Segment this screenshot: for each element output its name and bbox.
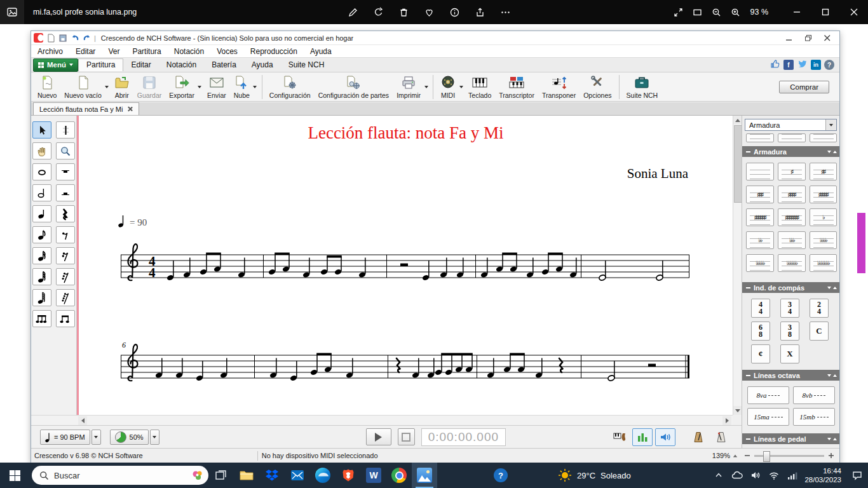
- scroll-down-icon[interactable]: [733, 406, 742, 415]
- photos-taskbar-icon[interactable]: [412, 463, 437, 488]
- info-icon[interactable]: [445, 3, 464, 22]
- select-tool[interactable]: [32, 121, 51, 139]
- score-horizontal-scrollbar[interactable]: [31, 415, 733, 425]
- zoom-out-icon[interactable]: [744, 452, 750, 459]
- guardar-button[interactable]: Guardar: [133, 73, 166, 101]
- score-vertical-scrollbar[interactable]: [733, 116, 742, 415]
- photos-maximize-button[interactable]: [811, 0, 839, 24]
- zoom-in-icon[interactable]: [726, 3, 745, 22]
- teclado-button[interactable]: Teclado: [465, 73, 495, 101]
- score-page[interactable]: Lección flauta: nota Fa y Mi Sonia Luna …: [77, 116, 733, 415]
- eighth-note-tool[interactable]: [32, 226, 51, 243]
- menu-editar[interactable]: Editar: [69, 45, 102, 58]
- edit-icon[interactable]: [343, 3, 362, 22]
- beam-tool[interactable]: [56, 310, 75, 327]
- photos-close-button[interactable]: [839, 0, 868, 24]
- suite-nch-button[interactable]: Suite NCH: [623, 73, 662, 101]
- eighth-rest-tool[interactable]: [56, 226, 75, 243]
- notification-center-icon[interactable]: [846, 463, 868, 488]
- facebook-icon[interactable]: f: [783, 60, 794, 70]
- comprar-button[interactable]: Comprar: [779, 81, 829, 93]
- section-header-pedal[interactable]: Líneas de pedal: [742, 433, 839, 444]
- scroll-down-icon[interactable]: [827, 374, 831, 377]
- time-signature-button[interactable]: C: [810, 322, 829, 341]
- weather-widget[interactable]: 29°C Soleado: [552, 463, 637, 488]
- octave-line-button[interactable]: 15ma: [747, 408, 789, 426]
- linkedin-icon[interactable]: in: [811, 60, 821, 70]
- time-signature-button[interactable]: 24: [810, 299, 829, 318]
- window-close-button[interactable]: [818, 32, 837, 44]
- document-tab[interactable]: Lección flauta nota Fa y Mi: [33, 102, 139, 115]
- tuplet-tool[interactable]: [32, 310, 51, 327]
- time-signature-button[interactable]: 68: [751, 322, 770, 341]
- photos-minimize-button[interactable]: [782, 0, 811, 24]
- key-signature-button[interactable]: ♯♯♯♯: [778, 186, 806, 203]
- tab-notacion[interactable]: Notación: [159, 58, 204, 71]
- nube-dropdown[interactable]: [252, 76, 259, 98]
- scroll-down-icon[interactable]: [827, 438, 831, 440]
- scroll-up-icon[interactable]: [833, 151, 837, 153]
- time-signature-button[interactable]: X: [780, 344, 799, 363]
- zoom-slider[interactable]: [754, 455, 824, 457]
- undo-icon[interactable]: [70, 33, 79, 43]
- key-signature-button[interactable]: ♯♯♯♯♯♯♯: [778, 208, 806, 226]
- bpm-dropdown[interactable]: [92, 430, 101, 445]
- brave-icon[interactable]: [336, 463, 361, 488]
- imprimir-dropdown[interactable]: [423, 76, 430, 98]
- fullscreen-icon[interactable]: [669, 3, 688, 22]
- metronome-button[interactable]: [688, 428, 709, 446]
- get-help-icon[interactable]: ?: [488, 463, 513, 488]
- sixteenth-rest-tool[interactable]: [56, 247, 75, 264]
- file-explorer-icon[interactable]: [234, 463, 259, 488]
- key-signature-button[interactable]: ♯♯♯♯♯: [810, 186, 837, 203]
- menu-archivo[interactable]: Archivo: [31, 45, 69, 58]
- key-signature-button[interactable]: ♭♭♭♭: [810, 231, 837, 249]
- word-icon[interactable]: W: [361, 463, 386, 488]
- tab-partitura[interactable]: Partitura: [78, 58, 123, 71]
- enviar-button[interactable]: Enviar: [203, 73, 230, 101]
- section-header-compas[interactable]: Ind. de compás: [742, 282, 839, 293]
- onedrive-icon[interactable]: [730, 463, 744, 488]
- start-button[interactable]: [0, 463, 29, 488]
- whole-rest-tool[interactable]: [56, 163, 75, 180]
- nube-button[interactable]: Nube: [230, 73, 254, 101]
- zoom-slider-thumb[interactable]: [763, 451, 770, 462]
- count-in-button[interactable]: [711, 428, 731, 446]
- window-minimize-button[interactable]: [780, 32, 799, 44]
- scroll-up-icon[interactable]: [733, 116, 742, 125]
- key-signature-button[interactable]: [810, 133, 837, 142]
- nuevo-button[interactable]: Nuevo: [34, 73, 60, 101]
- scroll-down-icon[interactable]: [827, 151, 831, 153]
- barline-tool[interactable]: [56, 121, 75, 139]
- key-signature-button[interactable]: ♭♭: [746, 231, 774, 249]
- transcriptor-button[interactable]: Transcriptor: [495, 73, 538, 101]
- delete-icon[interactable]: [394, 3, 413, 22]
- tab-suite-nch[interactable]: Suite NCH: [281, 58, 332, 71]
- wifi-icon[interactable]: [767, 463, 781, 488]
- scroll-right-icon[interactable]: [722, 416, 731, 425]
- key-signature-button[interactable]: [746, 163, 774, 180]
- configuracion-partes-button[interactable]: Configuración de partes: [315, 73, 393, 101]
- stop-button[interactable]: [398, 428, 415, 445]
- tab-editar[interactable]: Editar: [123, 58, 158, 71]
- abrir-button[interactable]: Abrir: [111, 73, 133, 101]
- half-rest-tool[interactable]: [56, 184, 75, 201]
- key-signature-button[interactable]: ♭: [810, 208, 837, 226]
- zoom-in-icon[interactable]: [828, 452, 834, 459]
- section-header-armadura[interactable]: Armadura: [742, 146, 839, 157]
- redo-icon[interactable]: [82, 33, 92, 43]
- zoom-menu-icon[interactable]: [733, 454, 737, 457]
- key-signature-button[interactable]: ♯♯♯: [746, 186, 774, 203]
- hidden-icons-chevron[interactable]: [712, 463, 726, 488]
- taskbar-clock[interactable]: 16:44 28/03/2023: [799, 466, 846, 484]
- midi-dropdown[interactable]: [458, 76, 465, 98]
- speed-dropdown[interactable]: [150, 430, 159, 445]
- half-note-tool[interactable]: [32, 184, 51, 201]
- menu-notacion[interactable]: Notación: [168, 45, 210, 58]
- key-signature-button[interactable]: [746, 133, 774, 142]
- new-document-icon[interactable]: [46, 33, 55, 43]
- scroll-down-icon[interactable]: [827, 287, 831, 289]
- transponer-button[interactable]: Transponer: [538, 73, 580, 101]
- nuevo-vacio-dropdown[interactable]: [104, 76, 111, 98]
- whole-note-tool[interactable]: [32, 163, 51, 180]
